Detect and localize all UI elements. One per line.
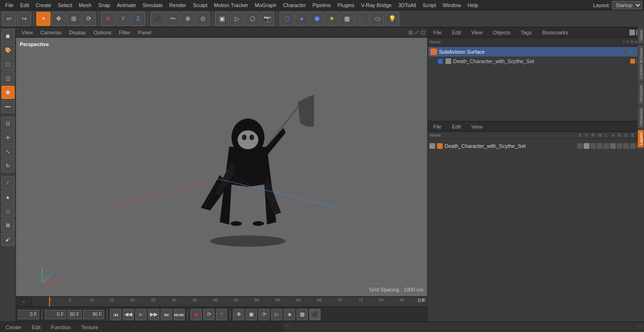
mat-tab-texture[interactable]: Texture	[77, 324, 102, 331]
om-tab-view[interactable]: View	[468, 29, 487, 36]
cube-tool-button[interactable]: ⬛	[150, 12, 165, 26]
sphere-object-button[interactable]: ●	[295, 12, 309, 26]
menu-vray[interactable]: V-Ray Bridge	[358, 1, 395, 9]
end-frame-input[interactable]	[83, 310, 104, 319]
ac5[interactable]	[603, 143, 609, 149]
viewport-tab-display[interactable]: Display	[65, 29, 90, 36]
current-frame-input[interactable]	[18, 310, 39, 319]
mat-tab-edit[interactable]: Edit	[28, 324, 44, 331]
camera-object-button[interactable]: 🎥	[355, 12, 369, 26]
viewport-tab-cameras[interactable]: Cameras	[37, 29, 66, 36]
menu-select[interactable]: Select	[55, 1, 76, 9]
selection-tool-button[interactable]: ⊡	[1, 117, 15, 130]
attr-tab-view[interactable]: View	[468, 123, 487, 130]
go-to-end-button[interactable]: ⏭	[161, 309, 172, 320]
mat-tab-function[interactable]: Function	[47, 324, 74, 331]
go-to-start-button[interactable]: ⏮	[110, 309, 121, 320]
frame-step[interactable]: 90 F	[67, 310, 82, 319]
menu-plugins[interactable]: Plugins	[334, 1, 358, 9]
vtab-layers[interactable]: Layers	[637, 130, 644, 148]
viewport-ctrl-2[interactable]: ⤢	[414, 29, 419, 36]
menu-mesh[interactable]: Mesh	[75, 1, 95, 9]
rotate-button[interactable]: ↻	[1, 159, 15, 172]
translate-mode-button[interactable]: ✥	[233, 309, 244, 320]
menu-3dtoall[interactable]: 3DToAll	[395, 1, 420, 9]
paint-button[interactable]: 🖌	[1, 233, 15, 246]
deformer-tool-button[interactable]: ⊙	[196, 12, 210, 26]
play-button[interactable]: ▶	[135, 309, 147, 320]
axis-x-button[interactable]: X	[101, 12, 115, 26]
viewport-canvas[interactable]: Perspective	[16, 38, 427, 296]
ac3[interactable]	[590, 143, 596, 149]
texture-mode-button[interactable]: 🎨	[1, 43, 15, 57]
viewport-tab-options[interactable]: Options	[90, 29, 115, 36]
start-frame-input[interactable]	[45, 310, 66, 319]
rotate-tool-button[interactable]: ⟳	[82, 12, 96, 26]
menu-simulate[interactable]: Simulate	[139, 1, 166, 9]
menu-character[interactable]: Character	[280, 1, 309, 9]
playhead[interactable]	[49, 297, 50, 307]
light-object-button[interactable]: ☀	[325, 12, 339, 26]
timeline-ruler[interactable]: 0 5 10 15 20 25 30 35 40 45 50 55 60 65 …	[48, 297, 427, 307]
viewport-tab-view[interactable]: View	[18, 29, 37, 36]
spline-tool-button[interactable]: 〜	[165, 12, 180, 26]
edge-mode-button[interactable]: ◫	[1, 72, 15, 85]
ac4[interactable]	[597, 143, 603, 149]
viewport-ctrl-3[interactable]: ⊡	[421, 29, 425, 36]
vtab-content-browser[interactable]: Content Browser	[637, 45, 644, 82]
step-back-button[interactable]: ◀◀	[123, 309, 134, 320]
step-forward-button[interactable]: ▶▶	[148, 309, 159, 320]
camera-button[interactable]: 📷	[260, 12, 274, 26]
menu-edit[interactable]: Edit	[17, 1, 33, 9]
menu-create[interactable]: Create	[33, 1, 55, 9]
menu-pipeline[interactable]: Pipeline	[309, 1, 334, 9]
axis-y-button[interactable]: Y	[116, 12, 130, 26]
om-search[interactable]	[629, 30, 635, 35]
ac9[interactable]	[630, 143, 636, 149]
extrude-button[interactable]: ▲	[1, 190, 15, 203]
sub-dot[interactable]	[624, 49, 629, 54]
attr-death-char-row[interactable]: - Death_Character_with_Scythe_Set	[429, 141, 642, 151]
om-tab-bookmarks[interactable]: Bookmarks	[538, 29, 572, 36]
vtab-takes[interactable]: Takes	[637, 27, 644, 44]
loop-button[interactable]: ⟳	[203, 309, 215, 320]
viewport-ctrl-1[interactable]: ⊞	[408, 29, 413, 36]
redo-button[interactable]: ↪	[17, 12, 31, 26]
attr-tab-file[interactable]: File	[429, 123, 446, 130]
menu-mograph[interactable]: MoGraph	[251, 1, 280, 9]
knife-button[interactable]: ∕	[1, 176, 15, 189]
menu-animate[interactable]: Animate	[114, 1, 139, 9]
axis-z-button[interactable]: Z	[131, 12, 145, 26]
light2-button[interactable]: 💡	[385, 12, 399, 26]
om-tab-edit[interactable]: Edit	[448, 29, 465, 36]
menu-window[interactable]: Window	[439, 1, 464, 9]
sky-object-button[interactable]: ⬭	[370, 12, 384, 26]
menu-motion-tracker[interactable]: Motion Tracker	[211, 1, 252, 9]
floor-object-button[interactable]: ▦	[340, 12, 354, 26]
dc-orange[interactable]	[630, 59, 635, 64]
nurbs-tool-button[interactable]: ⊗	[181, 12, 195, 26]
layout-dropdown[interactable]: Startup	[612, 1, 642, 9]
vtab-attributes[interactable]: Attributes	[637, 105, 644, 129]
go-to-end2-button[interactable]: ⏭⏭	[173, 309, 185, 320]
sub-check[interactable]: ✓	[630, 49, 635, 54]
record-button[interactable]: ⏺	[190, 309, 202, 320]
menu-render[interactable]: Render	[166, 1, 190, 9]
render-full-button[interactable]: ⬡	[245, 12, 259, 26]
menu-help[interactable]: Help	[464, 1, 482, 9]
ac8[interactable]	[623, 143, 629, 149]
select-tool-button[interactable]: ✦	[36, 12, 50, 26]
menu-sculpt[interactable]: Sculpt	[190, 1, 211, 9]
ac6[interactable]	[610, 143, 616, 149]
bridge-button[interactable]: ⊠	[1, 219, 15, 232]
ac7[interactable]	[617, 143, 622, 149]
ac2[interactable]	[584, 143, 589, 149]
om-tab-file[interactable]: File	[429, 29, 446, 36]
rotate-mode-button[interactable]: ⟳	[258, 309, 270, 320]
animate-mode-button[interactable]: ⬛	[309, 309, 321, 320]
menu-script[interactable]: Script	[420, 1, 439, 9]
wireframe-mode-button[interactable]: ⬡	[1, 57, 15, 71]
cube-object-button[interactable]: ⬡	[280, 12, 294, 26]
polygon-mode-button[interactable]: ⬟	[1, 86, 15, 99]
ac1[interactable]	[577, 143, 583, 149]
